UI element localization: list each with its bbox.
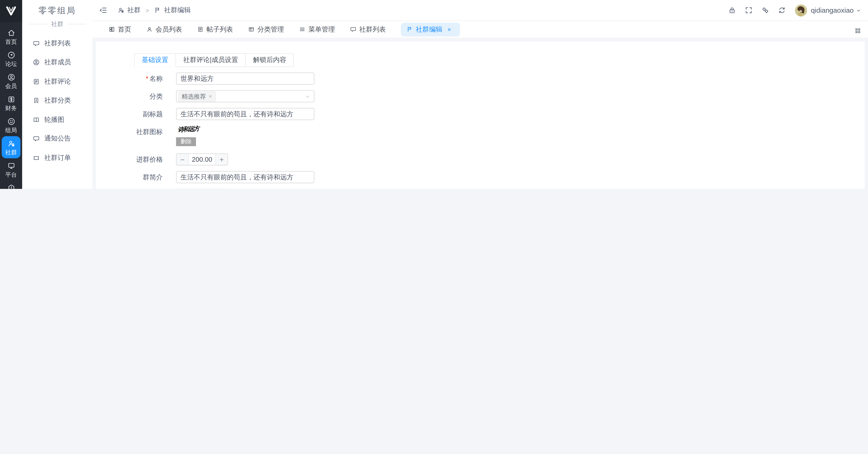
field-label: 进群价格 (134, 153, 163, 165)
user-lock-icon (117, 7, 124, 14)
intro-input[interactable] (176, 171, 314, 183)
community-edit-form: *名称 分类 精选推荐 (134, 72, 865, 189)
price-stepper: − 200.00 + (176, 153, 228, 165)
remove-tag-icon[interactable] (208, 94, 213, 98)
sidebar-item-label: 社群评论 (44, 77, 71, 86)
lock-screen-button[interactable] (728, 6, 736, 14)
breadcrumb-level1[interactable]: 社群 (127, 5, 141, 15)
page-tab-label: 帖子列表 (207, 25, 233, 34)
user-circle-icon (33, 59, 40, 66)
field-label: 副标题 (134, 108, 163, 120)
user-menu-chevron[interactable] (856, 5, 861, 15)
team-icon (7, 117, 15, 125)
sidebar-item-community-orders[interactable]: 社群订单 (22, 148, 92, 168)
field-label: 社群图标 (134, 126, 163, 138)
page-tab-category-management[interactable]: 分类管理 (248, 25, 284, 34)
sidebar-item-community-categories[interactable]: 社群分类 (22, 91, 92, 110)
sidebar-item-label: 社群分类 (44, 96, 71, 105)
breadcrumb-level2[interactable]: 社群编辑 (164, 5, 190, 15)
tab-basic-settings[interactable]: 基础设置 (134, 53, 176, 67)
username[interactable]: qidiangaoxiao (811, 6, 854, 14)
page-tab-post-list[interactable]: 帖子列表 (197, 25, 233, 34)
sidebar-item-community-list[interactable]: 社群列表 (22, 34, 92, 53)
rail-item-label: 组局 (5, 126, 17, 133)
avatar[interactable] (795, 4, 807, 17)
menu-icon (299, 26, 306, 33)
rail-item-finance[interactable]: 财务 (0, 92, 22, 114)
tab-comment-member-settings[interactable]: 社群评论|成员设置 (176, 53, 246, 67)
lock-icon (728, 6, 736, 14)
system-icon (7, 184, 15, 189)
rail-item-home[interactable]: 首页 (0, 26, 22, 48)
panel-body: 基础设置 社群评论|成员设置 解锁后内容 *名称 分类 (96, 41, 865, 189)
theme-button[interactable] (761, 6, 769, 14)
sidebar-item-label: 社群列表 (44, 39, 71, 48)
content-area: 基础设置 社群评论|成员设置 解锁后内容 *名称 分类 (92, 37, 868, 189)
field-label: 分类 (134, 90, 163, 102)
rail-item-forum[interactable]: 论坛 (0, 48, 22, 70)
header-actions: qidiangaoxiao (720, 4, 862, 17)
decrement-button[interactable]: − (177, 154, 189, 165)
rail-item-groups[interactable]: 组局 (0, 114, 22, 136)
tab-options-button[interactable] (854, 26, 861, 35)
name-input[interactable] (176, 72, 314, 85)
avatar-image (795, 4, 807, 17)
skin-icon (761, 6, 769, 14)
rail-item-members[interactable]: 会员 (0, 70, 22, 92)
module-name: 社群 (51, 20, 63, 28)
home-icon (7, 29, 15, 37)
sidebar-item-carousel[interactable]: 轮播图 (22, 110, 92, 129)
required-asterisk: * (146, 74, 148, 83)
book-icon (33, 116, 40, 123)
page-tab-label: 首页 (118, 25, 131, 34)
flag-icon (154, 7, 161, 14)
document-icon (33, 78, 40, 85)
rail-item-system[interactable]: 系统 (0, 180, 22, 189)
page-tab-menu-management[interactable]: 菜单管理 (299, 25, 335, 34)
sidebar-item-label: 通知公告 (44, 134, 71, 144)
sidebar-item-label: 社群成员 (44, 58, 71, 67)
field-label: 群简介 (134, 171, 163, 183)
page-tabs: 首页 会员列表 帖子列表 分类管理 菜单管理 社群列表 社群编辑 (92, 21, 868, 37)
logo-v-icon (5, 5, 17, 17)
page-tab-home[interactable]: 首页 (108, 25, 131, 34)
compass-icon (7, 51, 15, 59)
rail-item-community[interactable]: 社群 (2, 136, 21, 158)
page-tab-community-edit[interactable]: 社群编辑 (401, 22, 460, 36)
grid-dots-icon (854, 27, 861, 34)
sidebar-collapse-button[interactable] (99, 6, 107, 14)
increment-button[interactable]: + (215, 154, 227, 165)
chat-icon (33, 40, 40, 47)
fullscreen-icon (745, 6, 753, 14)
form-row-category: 分类 精选推荐 (134, 90, 865, 102)
rail-item-label: 财务 (5, 104, 17, 111)
form-row-subtitle: 副标题 (134, 108, 865, 120)
user-lock-icon (7, 139, 15, 147)
dollar-icon (7, 95, 15, 103)
close-tab-button[interactable] (447, 27, 455, 32)
user-icon (146, 26, 153, 33)
form-row-price: 进群价格 − 200.00 + (134, 153, 865, 165)
sidebar-item-community-comments[interactable]: 社群评论 (22, 72, 92, 91)
sidebar-item-announcements[interactable]: 通知公告 (22, 129, 92, 148)
rail-item-label: 社群 (5, 149, 17, 155)
refresh-button[interactable] (778, 6, 786, 14)
page-tab-member-list[interactable]: 会员列表 (146, 25, 182, 34)
sidebar-item-label: 轮播图 (44, 115, 64, 124)
fullscreen-button[interactable] (745, 6, 753, 14)
primary-rail: 首页 论坛 会员 财务 组局 社群 平台 系统 (0, 0, 22, 189)
sidebar-item-community-members[interactable]: 社群成员 (22, 53, 92, 72)
price-value[interactable]: 200.00 (189, 154, 215, 165)
table-icon (248, 26, 255, 33)
sidebar-menu: 社群列表 社群成员 社群评论 社群分类 轮播图 通知公告 社群订单 (22, 34, 92, 168)
category-select[interactable]: 精选推荐 (176, 90, 314, 102)
page-tab-community-list[interactable]: 社群列表 (350, 25, 386, 34)
chat-icon (350, 26, 356, 33)
form-row-icon: 社群图标 诗和远方 删除 (134, 126, 865, 147)
delete-image-button[interactable]: 删除 (176, 137, 196, 146)
app-logo[interactable] (0, 0, 22, 22)
flag-icon (406, 26, 413, 33)
subtitle-input[interactable] (176, 108, 314, 120)
tab-unlocked-content[interactable]: 解锁后内容 (246, 53, 294, 67)
rail-item-platform[interactable]: 平台 (0, 158, 22, 180)
